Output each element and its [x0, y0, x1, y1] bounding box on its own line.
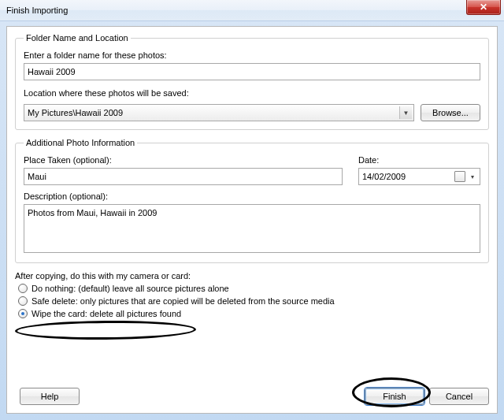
place-input[interactable] — [24, 168, 343, 185]
radio-safe-delete[interactable]: Safe delete: only pictures that are copi… — [18, 296, 489, 306]
close-button[interactable]: ✕ — [466, 0, 501, 15]
radio-wipe-card[interactable]: Wipe the card: delete all pictures found — [18, 309, 489, 318]
cancel-button[interactable]: Cancel — [429, 388, 489, 405]
chevron-down-icon: ▾ — [467, 173, 478, 180]
after-copy-label: After copying, do this with my camera or… — [15, 271, 489, 281]
radio-icon — [18, 284, 28, 293]
help-button[interactable]: Help — [20, 388, 80, 405]
folder-legend: Folder Name and Location — [24, 33, 131, 43]
dialog-content: Folder Name and Location Enter a folder … — [6, 26, 498, 414]
chevron-down-icon: ▼ — [399, 106, 412, 119]
description-input[interactable] — [24, 204, 480, 253]
calendar-icon — [454, 171, 465, 182]
date-value: 14/02/2009 — [362, 172, 406, 181]
finish-button[interactable]: Finish — [365, 388, 424, 405]
info-legend: Additional Photo Information — [24, 138, 137, 147]
desc-label: Description (optional): — [24, 191, 480, 201]
info-fieldset: Additional Photo Information Place Taken… — [15, 138, 489, 263]
place-label: Place Taken (optional): — [24, 155, 343, 165]
after-copy-radio-group: Do nothing: (default) leave all source p… — [18, 284, 489, 318]
location-dropdown[interactable]: My Pictures\Hawaii 2009 ▼ — [24, 104, 414, 121]
dialog-footer: Help Finish Cancel — [15, 388, 489, 405]
date-label: Date: — [358, 155, 480, 165]
radio-label: Safe delete: only pictures that are copi… — [32, 296, 335, 306]
folder-name-input[interactable] — [24, 63, 480, 80]
window-title: Finish Importing — [6, 6, 68, 15]
folder-fieldset: Folder Name and Location Enter a folder … — [15, 33, 489, 130]
folder-name-label: Enter a folder name for these photos: — [24, 50, 480, 60]
location-value: My Pictures\Hawaii 2009 — [28, 108, 123, 117]
radio-label: Do nothing: (default) leave all source p… — [32, 284, 229, 293]
radio-do-nothing[interactable]: Do nothing: (default) leave all source p… — [18, 284, 489, 293]
radio-icon — [18, 296, 28, 306]
close-icon: ✕ — [480, 2, 487, 13]
titlebar: Finish Importing ✕ — [0, 0, 504, 21]
radio-label: Wipe the card: delete all pictures found — [32, 309, 181, 318]
radio-icon — [18, 309, 28, 318]
annotation-oval — [15, 320, 196, 340]
date-picker[interactable]: 14/02/2009 ▾ — [358, 168, 480, 185]
location-label: Location where these photos will be save… — [24, 88, 480, 98]
browse-button[interactable]: Browse... — [421, 104, 480, 121]
